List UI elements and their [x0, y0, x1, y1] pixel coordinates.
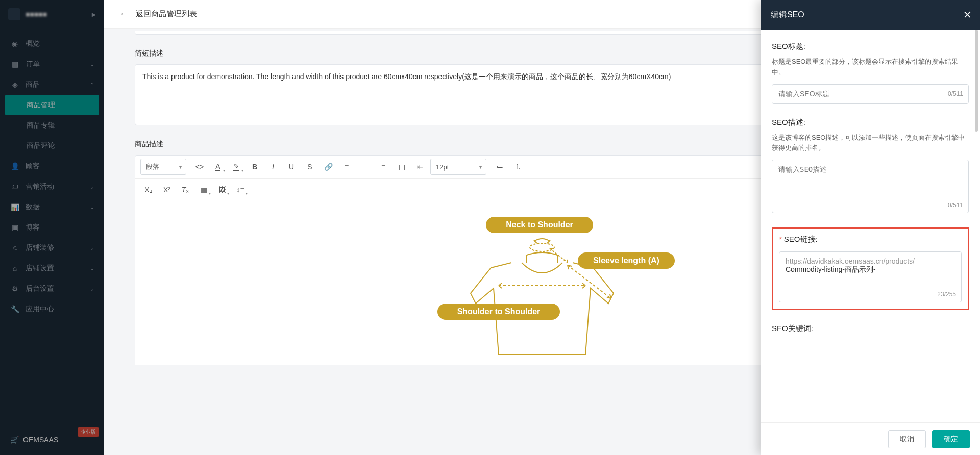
seo-desc-section: SEO描述: 这是该博客的SEO描述，可以添加一些描述，使页面在搜索引擎中获得更…: [772, 118, 969, 214]
highlight-button[interactable]: ✎: [228, 159, 244, 175]
sidebar-item-admin-settings[interactable]: ⚙ 后台设置 ⌄: [0, 279, 104, 299]
sidebar-item-label: 顾客: [26, 162, 40, 171]
brand-name: ■■■■■: [26, 10, 47, 18]
strike-button[interactable]: S: [302, 159, 318, 175]
sidebar-item-apps[interactable]: 🔧 应用中心: [0, 299, 104, 319]
drawer-header: 编辑SEO ✕: [761, 0, 980, 30]
table-button[interactable]: ▦: [195, 182, 212, 198]
sidebar-item-blog[interactable]: ▣ 博客: [0, 217, 104, 238]
fontsize-select[interactable]: 12pt: [430, 159, 486, 175]
sidebar-item-label: 店铺设置: [26, 264, 54, 273]
brand-logo-icon: [8, 8, 20, 20]
superscript-button[interactable]: X²: [159, 182, 175, 198]
underline-button[interactable]: U: [283, 159, 300, 175]
seo-drawer: 编辑SEO ✕ SEO标题: 标题是SEO最重要的部分，该标题会显示在搜索引擎的…: [761, 0, 980, 455]
shirt-diagram-icon: Neck to Shoulder Sleeve length (A) Shoul…: [409, 212, 675, 355]
seo-keywords-section: SEO关键词:: [772, 324, 969, 334]
sidebar-item-label: 商品管理: [27, 100, 55, 110]
code-button[interactable]: <>: [191, 159, 208, 175]
svg-line-3: [550, 248, 568, 263]
seo-link-input[interactable]: https://davidkakak.oemsaas.cn/products/ …: [779, 251, 962, 302]
sidebar-item-customers[interactable]: 👤 顾客: [0, 156, 104, 176]
svg-text:Shoulder to Shoulder: Shoulder to Shoulder: [457, 307, 541, 316]
book-icon: ▣: [10, 223, 19, 232]
file-icon: ▤: [10, 60, 19, 68]
seo-title-section: SEO标题: 标题是SEO最重要的部分，该标题会显示在搜索引擎的搜索结果中。 0…: [772, 42, 969, 104]
chevron-right-icon: ▶: [92, 12, 96, 17]
plan-badge: 企业版: [78, 427, 99, 437]
seo-link-value: Commodity-listing-商品示列-: [786, 265, 955, 274]
sidebar-item-products[interactable]: ◈ 商品 ⌃: [0, 74, 104, 95]
drawer-body: SEO标题: 标题是SEO最重要的部分，该标题会显示在搜索引擎的搜索结果中。 0…: [761, 30, 980, 422]
back-arrow-icon[interactable]: ←: [119, 9, 129, 19]
seo-link-counter: 23/255: [937, 291, 956, 298]
svg-point-0: [530, 243, 554, 251]
image-button[interactable]: 🖼: [214, 182, 230, 198]
align-right-button[interactable]: ≡: [375, 159, 391, 175]
paint-icon: ⎌: [10, 244, 19, 252]
clear-format-button[interactable]: Tₓ: [177, 182, 193, 198]
italic-button[interactable]: I: [265, 159, 281, 175]
required-star-icon: *: [779, 235, 782, 243]
seo-desc-input-wrap: 0/511: [772, 160, 969, 213]
sidebar-item-label: 订单: [26, 60, 40, 69]
cart-icon: 🛒: [10, 436, 19, 444]
line-height-button[interactable]: ↕≡: [232, 182, 249, 198]
sidebar-item-store-settings[interactable]: ⌂ 店铺设置 ⌄: [0, 258, 104, 279]
close-icon[interactable]: ✕: [963, 9, 972, 21]
sidebar-item-data[interactable]: 📊 数据 ⌄: [0, 197, 104, 217]
seo-title-help: 标题是SEO最重要的部分，该标题会显示在搜索引擎的搜索结果中。: [772, 57, 969, 78]
chevron-down-icon: ⌄: [90, 245, 94, 251]
seo-title-input-wrap: 0/511: [772, 84, 969, 104]
sidebar-item-label: 应用中心: [26, 305, 54, 314]
sidebar-sub-product-album[interactable]: 商品专辑: [0, 115, 104, 136]
link-button[interactable]: 🔗: [320, 159, 336, 175]
sidebar-item-overview[interactable]: ◉ 概览: [0, 34, 104, 54]
sidebar-footer[interactable]: 🛒 OEMSAAS 企业版: [0, 424, 104, 455]
sidebar-item-label: 商品评论: [27, 141, 55, 150]
page-title[interactable]: 返回商品管理列表: [136, 9, 197, 19]
chevron-down-icon: ⌄: [90, 286, 94, 292]
brand-header[interactable]: ■■■■■ ▶: [0, 0, 104, 29]
number-list-button[interactable]: ⒈: [510, 159, 526, 175]
align-justify-button[interactable]: ▤: [394, 159, 410, 175]
bullet-list-button[interactable]: ≔: [492, 159, 508, 175]
seo-desc-input[interactable]: [772, 160, 968, 211]
seo-title-counter: 0/511: [948, 90, 963, 97]
text-color-button[interactable]: A: [210, 159, 226, 175]
align-center-button[interactable]: ≣: [357, 159, 373, 175]
seo-desc-help: 这是该博客的SEO描述，可以添加一些描述，使页面在搜索引擎中获得更高的排名。: [772, 133, 969, 154]
sidebar-item-decoration[interactable]: ⎌ 店铺装修 ⌄: [0, 238, 104, 258]
drawer-scrollbar[interactable]: [974, 30, 979, 422]
sidebar-item-marketing[interactable]: 🏷 营销活动 ⌄: [0, 176, 104, 197]
svg-text:Neck to Shoulder: Neck to Shoulder: [506, 220, 573, 229]
footer-label: OEMSAAS: [23, 436, 58, 444]
sidebar-sub-product-manage[interactable]: 商品管理: [5, 95, 99, 115]
seo-keywords-label: SEO关键词:: [772, 324, 969, 334]
seo-link-prefix: https://davidkakak.oemsaas.cn/products/: [786, 257, 955, 265]
outdent-button[interactable]: ⇤: [412, 159, 428, 175]
seo-desc-label: SEO描述:: [772, 118, 969, 128]
bold-button[interactable]: B: [247, 159, 263, 175]
sidebar-item-label: 博客: [26, 223, 40, 232]
sidebar-item-label: 店铺装修: [26, 243, 54, 252]
sidebar-item-orders[interactable]: ▤ 订单 ⌄: [0, 54, 104, 74]
sidebar-item-label: 营销活动: [26, 182, 54, 191]
seo-link-label: *SEO链接:: [779, 235, 962, 244]
align-left-button[interactable]: ≡: [338, 159, 355, 175]
cancel-button[interactable]: 取消: [888, 430, 926, 448]
svg-text:Sleeve length (A): Sleeve length (A): [593, 256, 659, 265]
confirm-button[interactable]: 确定: [932, 430, 970, 448]
sidebar-menu: ◉ 概览 ▤ 订单 ⌄ ◈ 商品 ⌃ 商品管理 商品专辑 商品评论: [0, 29, 104, 424]
seo-title-input[interactable]: [772, 85, 968, 103]
chevron-down-icon: ⌄: [90, 205, 94, 210]
sidebar-item-label: 概览: [26, 39, 40, 48]
format-select[interactable]: 段落: [140, 159, 186, 175]
store-icon: ⌂: [10, 264, 19, 272]
chevron-up-icon: ⌃: [90, 82, 94, 88]
tag-icon: 🏷: [10, 183, 19, 191]
compass-icon: ◉: [10, 40, 19, 48]
sidebar-item-label: 后台设置: [26, 284, 54, 293]
sidebar-sub-product-reviews[interactable]: 商品评论: [0, 136, 104, 156]
subscript-button[interactable]: X₂: [140, 182, 157, 198]
